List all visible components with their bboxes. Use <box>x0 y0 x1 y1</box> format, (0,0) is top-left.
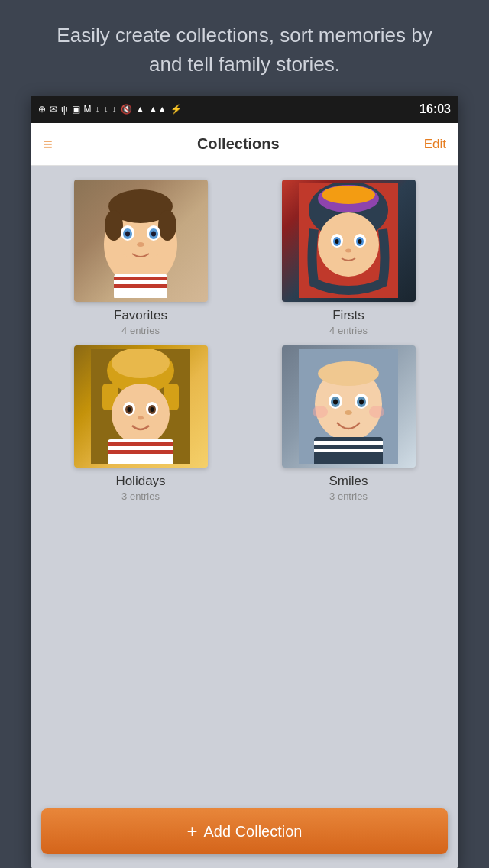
download2-icon: ↓ <box>104 104 108 115</box>
collection-name-holidays: Holidays <box>115 474 165 489</box>
svg-rect-56 <box>314 441 383 445</box>
collection-item-favorites[interactable]: Favorites 4 entries <box>41 180 240 336</box>
status-icons: ⊕ ✉ ψ ▣ M ↓ ↓ ↓ 🔇 ▲ ▲▲ ⚡ <box>38 104 182 115</box>
svg-point-3 <box>105 210 123 241</box>
svg-point-51 <box>359 400 364 405</box>
collection-photo-smiles <box>282 345 416 468</box>
collection-name-firsts: Firsts <box>332 308 364 323</box>
status-bar: ⊕ ✉ ψ ▣ M ↓ ↓ ↓ 🔇 ▲ ▲▲ ⚡ 16:03 <box>31 96 458 123</box>
svg-point-45 <box>318 361 379 386</box>
download1-icon: ↓ <box>96 104 100 115</box>
svg-point-52 <box>313 406 328 418</box>
collection-photo-firsts <box>282 180 416 302</box>
mute-icon: 🔇 <box>121 104 132 115</box>
wifi-icon: ▲ <box>136 104 145 115</box>
svg-point-25 <box>358 239 362 244</box>
collection-item-smiles[interactable]: Smiles 3 entries <box>249 345 448 502</box>
collection-item-holidays[interactable]: Holidays 3 entries <box>41 345 240 502</box>
bottom-area: + Add Collection <box>31 799 458 868</box>
status-time: 16:03 <box>419 102 451 116</box>
plus-icon: + <box>187 821 198 842</box>
battery-icon: ⚡ <box>170 104 182 115</box>
gmail-icon: M <box>84 104 92 115</box>
add-icon: ⊕ <box>38 104 46 115</box>
svg-point-24 <box>335 239 339 244</box>
edit-button[interactable]: Edit <box>424 137 446 152</box>
svg-point-32 <box>112 384 170 445</box>
svg-point-50 <box>333 400 338 405</box>
svg-point-54 <box>345 410 352 415</box>
collection-count-holidays: 3 entries <box>121 491 160 502</box>
svg-point-53 <box>369 406 384 418</box>
collection-count-favorites: 4 entries <box>121 325 160 336</box>
svg-point-39 <box>138 416 144 420</box>
signal-icon: ▲▲ <box>148 104 167 115</box>
add-collection-button[interactable]: + Add Collection <box>41 808 448 854</box>
collections-grid: Favorites 4 entries <box>31 166 458 799</box>
svg-point-38 <box>151 407 154 412</box>
app-bar-title: Collections <box>53 135 424 153</box>
svg-rect-41 <box>108 442 173 446</box>
svg-point-19 <box>318 212 379 277</box>
svg-point-9 <box>125 232 130 237</box>
svg-rect-13 <box>114 277 167 280</box>
email-icon: ✉ <box>50 104 57 115</box>
collection-photo-holidays <box>74 345 208 468</box>
promo-text: Easily create collections, sort memories… <box>0 0 489 96</box>
svg-rect-14 <box>114 284 167 288</box>
svg-rect-57 <box>314 449 383 452</box>
phone-frame: ⊕ ✉ ψ ▣ M ↓ ↓ ↓ 🔇 ▲ ▲▲ ⚡ 16:03 ≡ Collect… <box>31 96 458 868</box>
collection-photo-favorites <box>74 180 208 302</box>
collection-item-firsts[interactable]: Firsts 4 entries <box>249 180 448 336</box>
collection-name-smiles: Smiles <box>329 474 368 489</box>
svg-point-11 <box>137 242 144 247</box>
menu-button[interactable]: ≡ <box>43 136 53 153</box>
image-icon: ▣ <box>72 104 80 115</box>
collection-name-favorites: Favorites <box>114 308 167 323</box>
download3-icon: ↓ <box>112 104 117 115</box>
usb-icon: ψ <box>61 104 68 115</box>
collection-count-smiles: 3 entries <box>329 491 368 502</box>
svg-point-10 <box>151 232 156 237</box>
svg-rect-42 <box>108 450 173 454</box>
svg-point-4 <box>158 210 176 241</box>
app-bar: ≡ Collections Edit <box>31 123 458 166</box>
svg-point-37 <box>128 407 131 412</box>
collection-count-firsts: 4 entries <box>329 325 368 336</box>
svg-point-18 <box>322 186 375 204</box>
add-collection-label: Add Collection <box>204 823 303 840</box>
svg-point-26 <box>345 249 351 253</box>
